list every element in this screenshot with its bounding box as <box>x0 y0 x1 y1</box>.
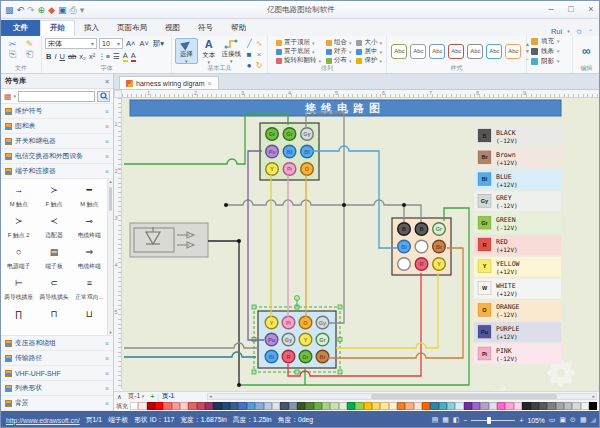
curve-tool-icon[interactable]: ∿ <box>256 39 263 48</box>
sidebar-section-维护符号[interactable]: 维护符号× <box>1 104 113 119</box>
connector-block[interactable]: BBGrBlBrRY <box>392 218 451 275</box>
resize-grip[interactable]: ◢ <box>591 416 596 424</box>
bold-button[interactable]: B <box>46 52 51 61</box>
save-button[interactable]: ▣ <box>58 5 67 15</box>
superscript-button[interactable]: x² <box>89 52 95 61</box>
palette-color[interactable] <box>238 402 246 410</box>
section-close-icon[interactable]: × <box>105 355 109 362</box>
pages-view-icon[interactable]: ▦ <box>580 416 587 424</box>
style-preset[interactable]: Abc <box>505 44 521 59</box>
section-close-icon[interactable]: × <box>105 370 109 377</box>
account-dropdown-icon[interactable]: ▾ <box>567 28 570 34</box>
symbol-item[interactable]: ≺ <box>36 210 71 231</box>
arrange-居中[interactable]: 居中▾ <box>356 47 383 56</box>
palette-color[interactable] <box>264 402 272 410</box>
palette-color[interactable] <box>197 402 205 410</box>
palette-color[interactable] <box>147 402 155 410</box>
zoom-in-button[interactable]: + <box>519 417 523 424</box>
style-preset[interactable]: Abc <box>448 44 464 59</box>
section-close-icon[interactable]: × <box>105 108 109 115</box>
rectangle-tool-icon[interactable]: ■ <box>247 50 252 59</box>
highlight-color-button[interactable]: A <box>123 51 128 62</box>
symbol-item[interactable]: ▤ <box>36 241 71 262</box>
palette-color[interactable] <box>314 402 322 410</box>
palette-color[interactable] <box>539 402 547 410</box>
underline-button[interactable]: U <box>60 52 65 61</box>
zoom-slider[interactable] <box>471 420 515 421</box>
palette-color[interactable] <box>497 402 505 410</box>
palette-color[interactable] <box>522 402 530 410</box>
format-painter-icon[interactable]: ✎ <box>26 39 34 49</box>
section-close-icon[interactable]: × <box>105 385 109 392</box>
arrange-置于顶层[interactable]: 置于顶层▾ <box>276 38 322 47</box>
tab-开始[interactable]: 开始 <box>40 20 75 36</box>
settings-gear-icon[interactable]: ☼ <box>575 26 583 36</box>
selection-handle[interactable] <box>252 370 256 374</box>
zoom-out-button[interactable]: − <box>464 417 468 424</box>
section-close-icon[interactable]: × <box>105 123 109 130</box>
section-close-icon[interactable]: × <box>105 340 109 347</box>
line-button[interactable]: 线条▾ <box>531 47 569 56</box>
palette-color[interactable] <box>572 402 580 410</box>
palette-color[interactable] <box>155 402 163 410</box>
ribbon-collapse-icon[interactable]: ⌃ <box>588 28 593 35</box>
symbol-item[interactable]: ≻ <box>36 179 71 200</box>
wire[interactable] <box>124 352 256 357</box>
palette-color[interactable] <box>556 402 564 410</box>
sidebar-section-VHF-UHF-SHF[interactable]: VHF-UHF-SHF× <box>1 366 113 381</box>
palette-color[interactable] <box>222 402 230 410</box>
undo-button[interactable]: ↶ <box>17 5 25 15</box>
palette-color[interactable] <box>455 402 463 410</box>
palette-color[interactable] <box>163 402 171 410</box>
view-fullscreen-icon[interactable]: ▦ <box>442 416 449 424</box>
zoom-area-icon[interactable]: ⊙ <box>570 416 576 424</box>
palette-color[interactable] <box>464 402 472 410</box>
tab-视图[interactable]: 视图 <box>156 21 189 36</box>
pin-W[interactable] <box>415 240 428 253</box>
sidebar-scrollbar[interactable]: ▲▼ <box>107 179 113 335</box>
view-normal-icon[interactable]: ▤ <box>432 416 439 424</box>
view-pan-icon[interactable]: ◧ <box>453 416 460 424</box>
palette-color[interactable] <box>355 402 363 410</box>
grow-font-button[interactable]: A˄ <box>125 39 136 48</box>
palette-color[interactable] <box>364 402 372 410</box>
cut-icon[interactable]: ✂ <box>9 39 17 49</box>
erase-tool-icon[interactable]: × <box>257 50 262 59</box>
style-preset[interactable]: Abc <box>429 44 445 59</box>
connector-block[interactable]: YPiOGyPuGyYGrBlRGrBr <box>258 311 336 368</box>
shrink-font-button[interactable]: A˅ <box>138 39 149 48</box>
new-document-button[interactable]: ⊕ <box>38 5 46 15</box>
sidebar-section-电信交换器和外围设备[interactable]: 电信交换器和外围设备× <box>1 149 113 164</box>
palette-color[interactable] <box>380 402 388 410</box>
palette-color[interactable] <box>172 402 180 410</box>
connector-tool-button[interactable]: 连接线▾ <box>220 38 242 64</box>
palette-color[interactable] <box>230 402 238 410</box>
arrange-置于底层[interactable]: 置于底层▾ <box>276 47 322 56</box>
app-logo-icon[interactable]: ▩ <box>5 5 14 15</box>
tab-文件[interactable]: 文件 <box>1 20 40 36</box>
document-tab[interactable]: harness wiring digram × <box>119 76 219 89</box>
sidebar-section-开关和继电器[interactable]: 开关和继电器× <box>1 134 113 149</box>
tab-帮助[interactable]: 帮助 <box>222 21 255 36</box>
symbol-item[interactable]: ⊂ <box>36 272 71 293</box>
scroll-left-icon[interactable]: ◂ <box>209 393 212 399</box>
panel-close-icon[interactable]: × <box>105 78 109 85</box>
pin-W[interactable] <box>398 258 411 271</box>
palette-color[interactable] <box>188 402 196 410</box>
section-close-icon[interactable]: × <box>105 400 109 407</box>
page-dropdown[interactable]: 页-1 ▾ <box>125 392 148 401</box>
selection-handle[interactable] <box>295 370 299 374</box>
sidebar-section-端子和连接器[interactable]: 端子和连接器× <box>1 164 113 179</box>
status-url-link[interactable]: http://www.edrawsoft.cn/ <box>6 417 80 424</box>
symbol-item[interactable]: ⊓ <box>36 303 71 324</box>
sidebar-section-传输路径[interactable]: 传输路径× <box>1 351 113 366</box>
font-color-button[interactable]: A <box>131 51 136 62</box>
drawing-canvas[interactable]: 接线电路图BBLACK(-12V)BrBrown(+12V)BlBLUE(+12… <box>122 98 600 391</box>
paste-icon[interactable]: ⎘ <box>9 49 16 60</box>
line-tool-icon[interactable]: ╱ <box>247 39 252 48</box>
font-size-select[interactable]: 10▾ <box>99 38 123 49</box>
arrange-大小[interactable]: 大小▾ <box>356 38 383 47</box>
palette-color[interactable] <box>372 402 380 410</box>
section-close-icon[interactable]: × <box>105 138 109 145</box>
strikethrough-button[interactable]: ab <box>68 52 76 61</box>
